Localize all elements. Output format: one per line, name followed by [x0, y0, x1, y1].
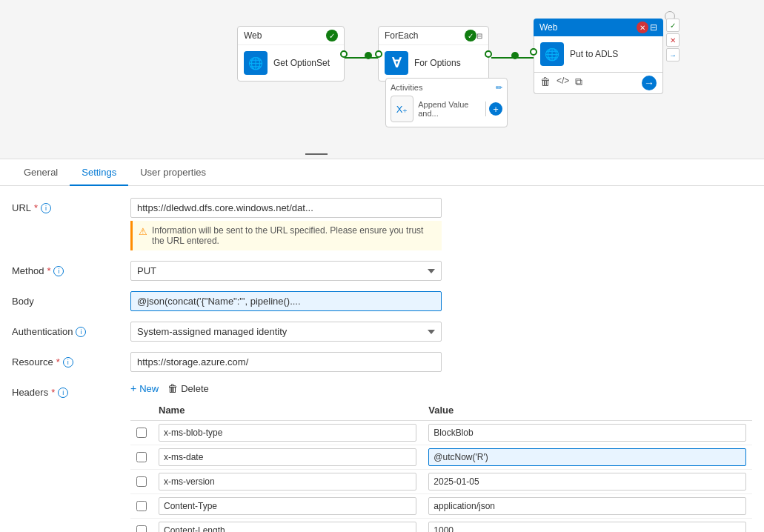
- headers-col-value: Value: [422, 400, 752, 421]
- append-activity-icon: X₊: [391, 96, 413, 122]
- settings-panel: General Settings User properties URL * i…: [0, 159, 764, 532]
- resource-input[interactable]: [130, 352, 442, 372]
- row2-value-input[interactable]: [428, 448, 746, 466]
- row3-checkbox-cell: [130, 470, 153, 494]
- node-web2-globe-icon: 🌐: [540, 42, 564, 66]
- foreach-minimize-btn[interactable]: ⊟: [476, 32, 482, 40]
- row4-name-input[interactable]: [159, 497, 416, 515]
- node-web2-action-close[interactable]: ✕: [666, 33, 680, 47]
- row4-name-cell: [153, 494, 422, 519]
- headers-required-star: *: [51, 387, 55, 398]
- headers-col-name: Name: [153, 400, 422, 421]
- form-area: URL * i ⚠ Information will be sent to th…: [0, 186, 764, 532]
- headers-delete-button[interactable]: 🗑 Delete: [167, 382, 209, 394]
- method-control: GET POST PUT DELETE PATCH HEAD: [130, 261, 442, 281]
- headers-table: Name Value: [130, 400, 752, 532]
- method-required-star: *: [47, 265, 50, 276]
- form-row-url: URL * i ⚠ Information will be sent to th…: [0, 198, 764, 250]
- row5-name-cell: [153, 519, 422, 533]
- foreach-activities-title: Activities ✏: [391, 83, 502, 93]
- delete-trash-icon: 🗑: [167, 382, 178, 394]
- new-plus-icon: +: [130, 382, 136, 394]
- url-info-icon[interactable]: i: [41, 203, 51, 213]
- add-activity-button[interactable]: +: [489, 102, 502, 116]
- resource-required-star: *: [56, 356, 60, 368]
- authentication-label: Authentication i: [12, 322, 130, 337]
- headers-section: + New 🗑 Delete Name Value: [130, 382, 752, 532]
- node-web2-delete-icon[interactable]: 🗑: [540, 76, 551, 90]
- tab-general[interactable]: General: [12, 159, 70, 186]
- node-web2-code-icon[interactable]: </>: [557, 76, 569, 90]
- table-row: [130, 445, 752, 470]
- node-foreach-header: ForEach ✓ ⊟: [379, 27, 488, 45]
- row2-checkbox[interactable]: [136, 452, 147, 462]
- node-web2[interactable]: Web ✕ ⊟ 🌐 Put to ADLS ✓ ✕ → 🗑 </> ⧉ →: [534, 19, 663, 94]
- table-row: [130, 494, 752, 519]
- node-web2-title: Web: [539, 22, 557, 33]
- tab-user-properties[interactable]: User properties: [128, 159, 218, 186]
- resource-control: [130, 352, 442, 372]
- headers-info-icon[interactable]: i: [58, 388, 68, 398]
- url-input[interactable]: [130, 198, 442, 218]
- row4-value-input[interactable]: [428, 497, 746, 515]
- row3-name-cell: [153, 470, 422, 494]
- activities-edit-icon[interactable]: ✏: [496, 83, 502, 93]
- node-web2-action-arrow[interactable]: →: [666, 48, 680, 61]
- row1-checkbox-cell: [130, 421, 153, 445]
- node-web2-copy-icon[interactable]: ⧉: [575, 76, 582, 90]
- row1-name-input[interactable]: [159, 424, 416, 442]
- form-row-resource: Resource * i: [0, 352, 764, 372]
- row3-value-input[interactable]: [428, 473, 746, 491]
- headers-new-button[interactable]: + New: [130, 382, 159, 394]
- node-web2-close-btn[interactable]: ✕: [637, 21, 648, 33]
- activity-separator: [485, 102, 486, 116]
- form-row-method: Method * i GET POST PUT DELETE PATCH HEA…: [0, 261, 764, 281]
- node-web1-icon: 🌐: [244, 51, 268, 75]
- url-required-star: *: [34, 202, 38, 213]
- authentication-info-icon[interactable]: i: [76, 327, 86, 337]
- row2-name-input[interactable]: [159, 448, 416, 466]
- node-web2-forward-btn[interactable]: →: [642, 76, 657, 90]
- row5-value-cell: [422, 519, 752, 533]
- foreach-activity-item: X₊ Append Value and... +: [391, 96, 502, 122]
- activities-label: Activities: [391, 83, 422, 93]
- row1-checkbox[interactable]: [136, 428, 147, 438]
- connector-dot-2: [511, 52, 519, 59]
- node-foreach[interactable]: ForEach ✓ ⊟ ∀ For Options: [378, 26, 489, 82]
- url-label: URL * i: [12, 198, 130, 213]
- form-row-authentication: Authentication i None Basic Client Certi…: [0, 322, 764, 342]
- resource-info-icon[interactable]: i: [63, 357, 73, 368]
- pipeline-canvas: Web ✓ 🌐 Get OptionSet ForEach ✓ ⊟ ∀ For …: [0, 0, 764, 159]
- form-row-body: Body: [0, 291, 764, 311]
- row1-name-cell: [153, 421, 422, 445]
- foreach-activities-panel: Activities ✏ X₊ Append Value and... +: [385, 78, 508, 127]
- tab-settings[interactable]: Settings: [70, 159, 128, 186]
- row4-value-cell: [422, 494, 752, 519]
- warning-icon: ⚠: [139, 226, 147, 237]
- node-web1-header: Web ✓: [238, 27, 344, 45]
- row4-checkbox[interactable]: [136, 501, 147, 511]
- row2-checkbox-cell: [130, 445, 153, 470]
- node-foreach-icon: ∀: [385, 51, 408, 75]
- row5-name-input[interactable]: [159, 522, 416, 532]
- node-web2-action-check[interactable]: ✓: [666, 19, 680, 32]
- row1-value-input[interactable]: [428, 424, 746, 442]
- body-input[interactable]: [130, 291, 442, 311]
- node-foreach-label: For Options: [414, 58, 461, 68]
- authentication-select[interactable]: None Basic Client Certificate System-ass…: [130, 322, 442, 342]
- row3-name-input[interactable]: [159, 473, 416, 491]
- row3-checkbox[interactable]: [136, 476, 147, 487]
- node-web1-connector-right: [340, 50, 348, 58]
- row2-value-cell: [422, 445, 752, 470]
- row5-value-input[interactable]: [428, 522, 746, 532]
- node-web2-minimize-btn[interactable]: ⊟: [650, 22, 657, 33]
- method-info-icon[interactable]: i: [53, 266, 64, 276]
- row5-checkbox[interactable]: [136, 525, 147, 532]
- canvas-bottom-line: [305, 153, 328, 155]
- method-select[interactable]: GET POST PUT DELETE PATCH HEAD: [130, 261, 442, 281]
- headers-col-check: [130, 400, 153, 421]
- tab-bar: General Settings User properties: [0, 159, 764, 186]
- node-web1[interactable]: Web ✓ 🌐 Get OptionSet: [237, 26, 345, 82]
- node-web1-body: 🌐 Get OptionSet: [238, 45, 344, 81]
- node-web1-title: Web: [244, 30, 323, 41]
